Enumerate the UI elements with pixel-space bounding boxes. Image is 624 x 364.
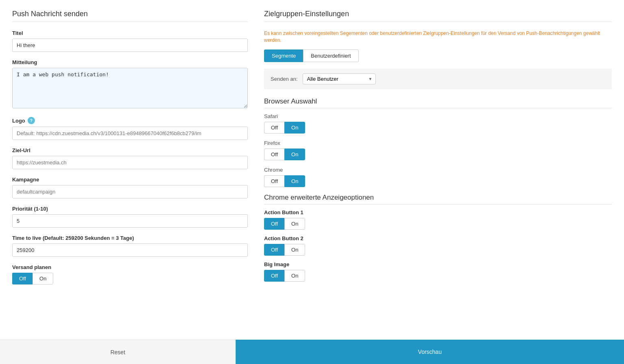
big-image-item: Big Image Off On <box>264 261 612 282</box>
benutzerdefiniert-button[interactable]: Benutzerdefiniert <box>303 50 358 62</box>
preview-button[interactable]: Vorschau <box>236 340 624 364</box>
ziel-url-label: Ziel-Url <box>12 147 248 153</box>
ziel-url-field-group: Ziel-Url <box>12 147 248 169</box>
segment-buttons: Segmente Benutzerdefiniert <box>264 50 612 62</box>
versand-on-button[interactable]: On <box>32 273 53 284</box>
firefox-browser-item: Firefox Off On <box>264 140 612 160</box>
browser-section-title: Browser Auswahl <box>264 97 612 108</box>
left-panel: Push Nachricht senden Titel Mitteilung L… <box>12 10 248 323</box>
action-button-1-off[interactable]: Off <box>264 218 284 230</box>
action-button-1-on[interactable]: On <box>284 218 305 230</box>
action-button-1-toggle: Off On <box>264 218 612 230</box>
action-button-2-item: Action Button 2 Off On <box>264 235 612 256</box>
versand-toggle: Off On <box>12 273 248 284</box>
firefox-off-button[interactable]: Off <box>264 149 284 160</box>
safari-label: Safari <box>264 113 612 119</box>
firefox-label: Firefox <box>264 140 612 146</box>
logo-label: Logo ? <box>12 117 248 124</box>
versand-field-group: Versand planen Off On <box>12 264 248 284</box>
ttl-label: Time to live (Default: 259200 Sekunden =… <box>12 235 248 241</box>
kampagne-field-group: Kampagne <box>12 177 248 198</box>
senden-label: Senden an: <box>271 76 298 82</box>
versand-label: Versand planen <box>12 264 248 270</box>
action-button-2-label: Action Button 2 <box>264 235 612 241</box>
mitteilung-label: Mitteilung <box>12 59 248 65</box>
right-panel: Zielgruppen-Einstellungen Es kann zwisch… <box>264 10 612 323</box>
segmente-button[interactable]: Segmente <box>264 50 303 62</box>
prioritaet-field-group: Priorität (1-10) <box>12 206 248 228</box>
chrome-toggle: Off On <box>264 175 612 187</box>
action-button-2-on[interactable]: On <box>284 244 305 256</box>
info-text: Es kann zwischen voreingestellten Segeme… <box>264 30 612 44</box>
mitteilung-field-group: Mitteilung <box>12 59 248 110</box>
kampagne-label: Kampagne <box>12 177 248 183</box>
logo-field-group: Logo ? <box>12 117 248 140</box>
prioritaet-input[interactable] <box>12 214 248 228</box>
action-button-1-item: Action Button 1 Off On <box>264 209 612 230</box>
firefox-on-button[interactable]: On <box>284 149 305 160</box>
action-button-2-off[interactable]: Off <box>264 244 284 256</box>
safari-on-button[interactable]: On <box>284 122 305 134</box>
versand-off-button[interactable]: Off <box>12 273 32 284</box>
safari-toggle: Off On <box>264 122 612 134</box>
safari-off-button[interactable]: Off <box>264 122 284 134</box>
chrome-browser-item: Chrome Off On <box>264 167 612 187</box>
titel-field-group: Titel <box>12 30 248 52</box>
chrome-advanced-title: Chrome erweiterte Anzeigeoptionen <box>264 194 612 205</box>
action-button-1-label: Action Button 1 <box>264 209 612 215</box>
logo-info-icon[interactable]: ? <box>28 117 35 124</box>
chrome-off-button[interactable]: Off <box>264 175 284 187</box>
big-image-label: Big Image <box>264 261 612 267</box>
action-button-2-toggle: Off On <box>264 244 612 256</box>
senden-row: Senden an: Alle Benutzer Neue Benutzer A… <box>264 69 612 89</box>
kampagne-input[interactable] <box>12 185 248 198</box>
ttl-field-group: Time to live (Default: 259200 Sekunden =… <box>12 235 248 257</box>
senden-select-wrapper: Alle Benutzer Neue Benutzer Aktive Benut… <box>303 73 376 84</box>
safari-browser-item: Safari Off On <box>264 113 612 134</box>
mitteilung-textarea[interactable] <box>12 68 248 108</box>
reset-button[interactable]: Reset <box>0 340 236 364</box>
senden-select[interactable]: Alle Benutzer Neue Benutzer Aktive Benut… <box>303 73 376 84</box>
big-image-toggle: Off On <box>264 270 612 282</box>
footer-bar: Reset Vorschau <box>0 340 624 364</box>
chrome-label: Chrome <box>264 167 612 173</box>
logo-input[interactable] <box>12 127 248 140</box>
big-image-off[interactable]: Off <box>264 270 284 282</box>
right-section-title: Zielgruppen-Einstellungen <box>264 10 612 22</box>
big-image-on[interactable]: On <box>284 270 305 282</box>
titel-input[interactable] <box>12 39 248 52</box>
ttl-input[interactable] <box>12 243 248 257</box>
firefox-toggle: Off On <box>264 149 612 160</box>
titel-label: Titel <box>12 30 248 36</box>
left-section-title: Push Nachricht senden <box>12 10 248 22</box>
ziel-url-input[interactable] <box>12 156 248 169</box>
chrome-on-button[interactable]: On <box>284 175 305 187</box>
prioritaet-label: Priorität (1-10) <box>12 206 248 212</box>
